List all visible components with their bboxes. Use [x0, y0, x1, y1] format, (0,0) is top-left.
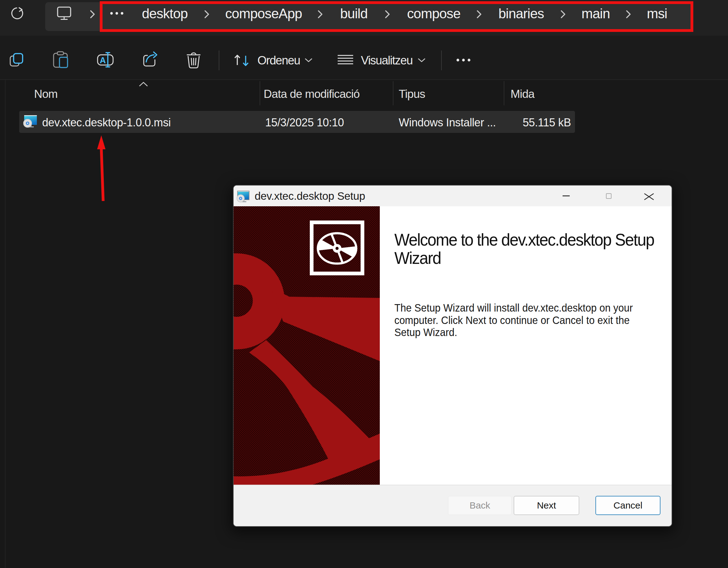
svg-text:A: A — [100, 56, 106, 65]
